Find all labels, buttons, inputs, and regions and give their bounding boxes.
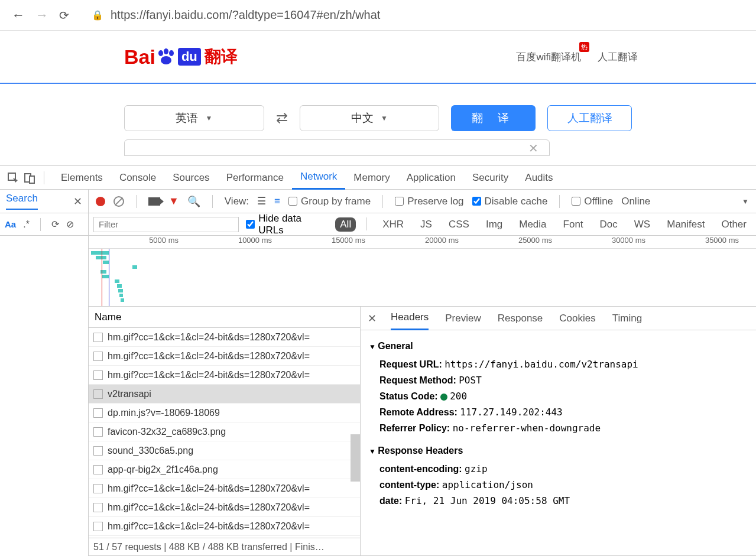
wifi-translator-link[interactable]: 百度wifi翻译机 热 xyxy=(516,50,581,64)
human-translate-link[interactable]: 人工翻译 xyxy=(598,50,638,64)
filter-type-img[interactable]: Img xyxy=(481,217,507,232)
detail-tab-preview[interactable]: Preview xyxy=(445,307,481,330)
detail-tab-headers[interactable]: Headers xyxy=(391,307,429,330)
date-header: date: Fri, 21 Jun 2019 04:05:58 GMT xyxy=(369,493,748,509)
filter-type-doc[interactable]: Doc xyxy=(595,217,622,232)
devtools-tab-audits[interactable]: Audits xyxy=(517,166,561,190)
request-name: hm.gif?cc=1&ck=1&cl=24-bit&ds=1280x720&v… xyxy=(108,370,310,381)
refresh-icon[interactable]: ⟳ xyxy=(51,219,59,230)
clear-icon[interactable]: ⊘ xyxy=(66,219,74,230)
logo-du: du xyxy=(178,48,201,66)
filter-icon[interactable]: ▼ xyxy=(168,195,179,207)
network-toolbar: ▼ 🔍 View: ☰ ≡ Group by frame Preserve lo… xyxy=(89,190,756,213)
forward-button[interactable]: → xyxy=(35,8,48,23)
filter-type-js[interactable]: JS xyxy=(416,217,437,232)
scrollbar[interactable] xyxy=(351,434,360,482)
filter-type-media[interactable]: Media xyxy=(514,217,551,232)
detail-tab-response[interactable]: Response xyxy=(498,307,543,330)
svg-rect-6 xyxy=(30,176,34,183)
request-row[interactable]: app-qr-big2x_2f1c46a.png xyxy=(89,460,360,479)
filter-type-ws[interactable]: WS xyxy=(630,217,655,232)
filter-type-manifest[interactable]: Manifest xyxy=(662,217,709,232)
request-row[interactable]: hm.gif?cc=1&ck=1&cl=24-bit&ds=1280x720&v… xyxy=(89,498,360,517)
source-text-input[interactable]: ✕ xyxy=(124,139,550,156)
source-lang-select[interactable]: 英语 ▼ xyxy=(124,105,264,131)
separator xyxy=(40,218,41,231)
filter-type-css[interactable]: CSS xyxy=(444,217,474,232)
request-name: hm.gif?cc=1&ck=1&cl=24-bit&ds=1280x720&v… xyxy=(108,351,310,362)
filter-type-font[interactable]: Font xyxy=(559,217,588,232)
devtools-tab-application[interactable]: Application xyxy=(398,166,464,190)
paw-icon xyxy=(157,48,176,65)
devtools-tab-elements[interactable]: Elements xyxy=(53,166,111,190)
request-name: sound_330c6a5.png xyxy=(108,446,193,456)
record-button[interactable] xyxy=(96,197,105,206)
device-icon[interactable] xyxy=(24,172,35,184)
general-section[interactable]: General xyxy=(369,341,748,352)
request-row[interactable]: hm.gif?cc=1&ck=1&cl=24-bit&ds=1280x720&v… xyxy=(89,328,360,347)
response-headers-section[interactable]: Response Headers xyxy=(369,446,748,456)
inspect-icon[interactable] xyxy=(7,172,19,184)
clear-button[interactable] xyxy=(113,196,124,207)
file-icon xyxy=(93,333,103,342)
filter-type-other[interactable]: Other xyxy=(716,217,751,232)
file-icon xyxy=(93,427,103,437)
close-icon[interactable]: ✕ xyxy=(73,195,82,208)
ruler-tick: 10000 ms xyxy=(182,236,275,248)
throttle-select[interactable]: Online xyxy=(621,196,650,207)
detail-tab-timing[interactable]: Timing xyxy=(612,307,642,330)
ruler-tick: 5000 ms xyxy=(89,236,182,248)
large-rows-icon[interactable]: ☰ xyxy=(257,195,266,207)
address-bar[interactable]: 🔒 https://fanyi.baidu.com/?aldtype=16047… xyxy=(80,8,744,22)
request-row[interactable]: favicon-32x32_ca689c3.png xyxy=(89,422,360,441)
preserve-log-checkbox[interactable]: Preserve log xyxy=(395,196,463,207)
group-by-frame-checkbox[interactable]: Group by frame xyxy=(288,196,371,207)
filter-type-xhr[interactable]: XHR xyxy=(378,217,408,232)
target-lang-select[interactable]: 中文 ▼ xyxy=(300,105,440,131)
screenshot-icon[interactable] xyxy=(148,197,160,206)
separator xyxy=(366,217,367,230)
hide-data-urls-checkbox[interactable]: Hide data URLs xyxy=(246,213,328,236)
timeline[interactable]: 5000 ms10000 ms15000 ms20000 ms25000 ms3… xyxy=(89,236,756,307)
request-rows: hm.gif?cc=1&ck=1&cl=24-bit&ds=1280x720&v… xyxy=(89,328,360,538)
devtools-tab-memory[interactable]: Memory xyxy=(345,166,398,190)
human-translate-button[interactable]: 人工翻译 xyxy=(547,105,632,131)
swap-icon[interactable]: ⇄ xyxy=(276,110,288,126)
devtools-tabs: ElementsConsoleSourcesPerformanceNetwork… xyxy=(0,166,756,190)
search-icon[interactable]: 🔍 xyxy=(187,195,200,208)
request-row[interactable]: hm.gif?cc=1&ck=1&cl=24-bit&ds=1280x720&v… xyxy=(89,479,360,498)
request-row[interactable]: sound_330c6a5.png xyxy=(89,441,360,460)
devtools-tab-sources[interactable]: Sources xyxy=(164,166,218,190)
waterfall-icon[interactable]: ≡ xyxy=(274,196,280,207)
devtools-tab-network[interactable]: Network xyxy=(292,166,345,190)
reload-button[interactable]: ⟳ xyxy=(59,8,69,22)
request-name: app-qr-big2x_2f1c46a.png xyxy=(108,464,218,475)
separator xyxy=(559,195,560,208)
translation-controls: 英语 ▼ ⇄ 中文 ▼ 翻 译 人工翻译 xyxy=(0,84,756,131)
detail-tab-cookies[interactable]: Cookies xyxy=(559,307,595,330)
devtools-tab-security[interactable]: Security xyxy=(464,166,517,190)
chevron-down-icon: ▼ xyxy=(742,197,749,206)
devtools-tab-performance[interactable]: Performance xyxy=(218,166,292,190)
ruler-tick: 30000 ms xyxy=(556,236,649,248)
request-row[interactable]: dp.min.js?v=-18069-18069 xyxy=(89,404,360,422)
baidu-logo[interactable]: Bai du 翻译 xyxy=(124,45,238,69)
back-button[interactable]: ← xyxy=(12,8,25,23)
disable-cache-checkbox[interactable]: Disable cache xyxy=(472,196,548,207)
close-icon[interactable]: ✕ xyxy=(368,312,377,325)
devtools-tab-console[interactable]: Console xyxy=(111,166,164,190)
search-tab[interactable]: Search xyxy=(6,193,38,210)
case-sensitive-toggle[interactable]: Aa xyxy=(5,219,16,229)
name-column-header[interactable]: Name xyxy=(89,307,360,328)
request-row[interactable]: v2transapi xyxy=(89,385,360,404)
search-tools: Aa .* ⟳ ⊘ xyxy=(0,213,88,236)
clear-icon[interactable]: ✕ xyxy=(528,141,538,155)
request-row[interactable]: hm.gif?cc=1&ck=1&cl=24-bit&ds=1280x720&v… xyxy=(89,347,360,366)
offline-checkbox[interactable]: Offline xyxy=(572,196,613,207)
regex-toggle[interactable]: .* xyxy=(23,219,30,230)
translate-button[interactable]: 翻 译 xyxy=(451,105,536,131)
filter-input[interactable] xyxy=(93,217,239,232)
filter-type-all[interactable]: All xyxy=(335,217,356,232)
request-row[interactable]: hm.gif?cc=1&ck=1&cl=24-bit&ds=1280x720&v… xyxy=(89,517,360,536)
request-row[interactable]: hm.gif?cc=1&ck=1&cl=24-bit&ds=1280x720&v… xyxy=(89,366,360,385)
